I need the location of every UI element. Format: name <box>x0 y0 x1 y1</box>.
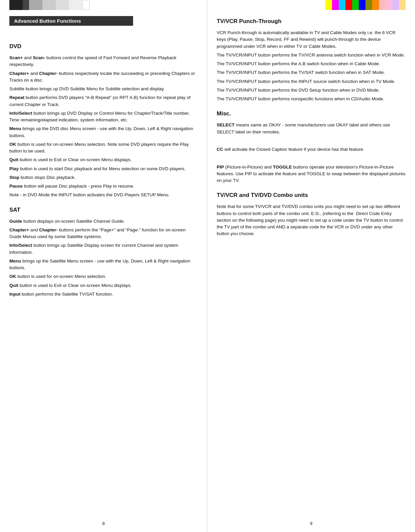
color-bars-left <box>9 0 90 10</box>
left-page: Advanced Button Functions DVD Scan+ and … <box>0 0 207 532</box>
right-page: TV/VCR Punch-Through VCR Punch-through i… <box>207 0 415 532</box>
dvd-title: DVD <box>9 43 198 50</box>
right-page-number: 9 <box>310 521 312 526</box>
sat-title: SAT <box>9 207 198 213</box>
misc-title: Misc. <box>217 110 406 117</box>
tv-vcr-title: TV/VCR Punch-Through <box>217 18 406 25</box>
tv-dvd-combo-content: Note that for some TV/VCR and TV/DVD com… <box>217 203 406 237</box>
section-header: Advanced Button Functions <box>9 16 133 26</box>
color-bars-right <box>325 0 406 10</box>
misc-content: SELECT means same as OKAY - some manufac… <box>217 122 406 184</box>
dvd-content: Scan+ and Scan- buttons control the spee… <box>9 55 198 199</box>
tv-dvd-combo-title: TV/VCR and TV/DVD Combo units <box>217 192 406 199</box>
left-page-number: 8 <box>102 521 105 526</box>
tv-vcr-content: VCR Punch-through is automatically avail… <box>217 29 406 102</box>
sat-content: Guide button displays on-screen Satellit… <box>9 218 198 298</box>
